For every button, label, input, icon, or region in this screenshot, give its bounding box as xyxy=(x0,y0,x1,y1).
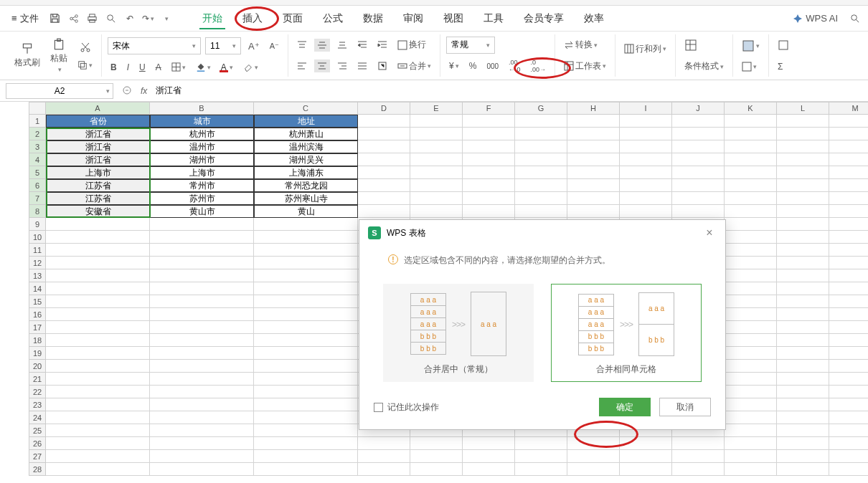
row-header[interactable]: 3 xyxy=(29,140,46,153)
cell[interactable]: 浙江省 xyxy=(46,153,150,166)
cell[interactable] xyxy=(46,231,150,244)
cell[interactable] xyxy=(620,437,672,450)
cell[interactable] xyxy=(777,218,829,231)
align-bottom-icon[interactable] xyxy=(334,39,350,52)
cell[interactable] xyxy=(150,231,254,244)
cell[interactable] xyxy=(725,360,777,373)
cell[interactable] xyxy=(150,269,254,282)
cell[interactable] xyxy=(150,218,254,231)
cell[interactable] xyxy=(254,360,358,373)
cell[interactable] xyxy=(725,257,777,269)
cell[interactable] xyxy=(829,179,868,192)
cell[interactable] xyxy=(46,398,150,411)
cell[interactable] xyxy=(725,398,777,411)
cell[interactable] xyxy=(46,386,150,398)
cell[interactable] xyxy=(725,244,777,257)
merge-option-normal[interactable]: a a a a a a a a a b b b b b b >>> a a a … xyxy=(383,284,534,382)
row-header[interactable]: 24 xyxy=(29,411,46,424)
cell[interactable] xyxy=(150,450,254,463)
cell[interactable] xyxy=(829,205,868,218)
cell[interactable] xyxy=(829,166,868,179)
cell[interactable] xyxy=(829,463,868,476)
cell[interactable] xyxy=(150,334,254,347)
tab-tools[interactable]: 工具 xyxy=(473,8,514,29)
row-header[interactable]: 1 xyxy=(29,115,46,128)
cell[interactable] xyxy=(725,282,777,295)
convert-button[interactable]: 转换 xyxy=(561,37,600,52)
cell[interactable] xyxy=(777,450,829,463)
cell[interactable] xyxy=(725,140,777,153)
cell[interactable] xyxy=(254,373,358,386)
row-header[interactable]: 22 xyxy=(29,386,46,398)
cell[interactable]: 安徽省 xyxy=(46,205,150,218)
save-icon[interactable] xyxy=(47,11,63,27)
cell[interactable] xyxy=(777,153,829,166)
italic-icon[interactable]: I xyxy=(124,61,132,74)
strikethrough-icon[interactable]: A xyxy=(153,61,164,74)
copy-icon[interactable] xyxy=(75,59,95,72)
cell[interactable] xyxy=(150,308,254,321)
cell[interactable] xyxy=(777,166,829,179)
cell[interactable] xyxy=(777,334,829,347)
cell[interactable] xyxy=(515,115,567,128)
cell[interactable] xyxy=(567,140,620,153)
cell[interactable] xyxy=(358,450,410,463)
cell[interactable] xyxy=(515,450,567,463)
cell[interactable]: 湖州吴兴 xyxy=(254,153,358,166)
cell[interactable] xyxy=(254,347,358,360)
cell[interactable] xyxy=(567,128,620,140)
cell[interactable] xyxy=(150,373,254,386)
cell[interactable] xyxy=(777,115,829,128)
tab-review[interactable]: 审阅 xyxy=(393,8,433,29)
cell[interactable] xyxy=(567,179,620,192)
cell[interactable] xyxy=(515,140,567,153)
cell[interactable] xyxy=(725,437,777,450)
cell[interactable] xyxy=(620,115,672,128)
cell[interactable] xyxy=(150,321,254,334)
cell[interactable]: 黄山 xyxy=(254,205,358,218)
cell[interactable] xyxy=(150,386,254,398)
cell[interactable] xyxy=(254,334,358,347)
name-box[interactable]: A2▾ xyxy=(6,83,113,99)
cell[interactable] xyxy=(829,153,868,166)
cell[interactable] xyxy=(358,463,410,476)
cell-format-icon[interactable] xyxy=(681,37,700,53)
cell[interactable]: 常州恐龙园 xyxy=(254,179,358,192)
font-name-select[interactable]: 宋体▾ xyxy=(108,37,201,54)
cell[interactable] xyxy=(254,398,358,411)
comma-icon[interactable]: 000 xyxy=(483,61,501,72)
cell[interactable] xyxy=(463,205,515,218)
cell[interactable] xyxy=(829,360,868,373)
freeze-icon[interactable] xyxy=(739,60,760,73)
cell[interactable] xyxy=(777,269,829,282)
ok-button[interactable]: 确定 xyxy=(599,398,651,416)
cell[interactable] xyxy=(515,153,567,166)
cell[interactable]: 上海浦东 xyxy=(254,166,358,179)
tab-view[interactable]: 视图 xyxy=(433,8,473,29)
cell[interactable] xyxy=(46,218,150,231)
cell[interactable] xyxy=(777,295,829,308)
cell[interactable] xyxy=(829,411,868,424)
cell[interactable] xyxy=(46,282,150,295)
cell[interactable] xyxy=(358,153,410,166)
cell[interactable] xyxy=(254,269,358,282)
percent-icon[interactable]: % xyxy=(466,59,480,72)
cell[interactable] xyxy=(725,424,777,437)
align-left-icon[interactable] xyxy=(294,59,310,72)
cell[interactable] xyxy=(567,463,620,476)
cell[interactable] xyxy=(829,257,868,269)
redo-icon[interactable]: ↷ xyxy=(141,11,156,27)
tab-data[interactable]: 数据 xyxy=(353,8,393,29)
cell[interactable] xyxy=(410,205,463,218)
row-header[interactable]: 4 xyxy=(29,153,46,166)
cell[interactable] xyxy=(567,192,620,205)
cell[interactable] xyxy=(829,244,868,257)
cell[interactable] xyxy=(46,450,150,463)
cell[interactable] xyxy=(777,244,829,257)
cell[interactable] xyxy=(777,347,829,360)
cell[interactable] xyxy=(254,411,358,424)
cell[interactable] xyxy=(672,205,725,218)
col-header-G[interactable]: G xyxy=(515,102,567,115)
cell[interactable] xyxy=(463,140,515,153)
cell[interactable] xyxy=(777,308,829,321)
